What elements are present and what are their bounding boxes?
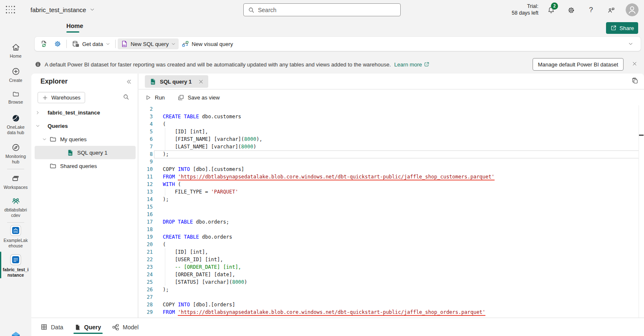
code-line-19[interactable]: 19CREATE TABLE dbo.orders (139, 233, 644, 241)
rail-item-fabric-test-instance[interactable]: fabric_test_instance (0, 254, 31, 278)
code-line-27[interactable]: 27 (139, 293, 644, 301)
code-line-14[interactable]: 14); (139, 196, 644, 203)
explorer-search-button[interactable] (123, 94, 129, 102)
global-search[interactable] (243, 3, 401, 16)
banner-message: A default Power BI dataset for faster re… (45, 61, 391, 68)
code-line-29[interactable]: 29FROM 'https://dbtlabsynapsedatalake.bl… (139, 308, 644, 316)
tab-home[interactable]: Home (66, 23, 83, 29)
rail-item-monitoring-hub[interactable]: Monitoringhub (0, 143, 31, 165)
chevron-down-icon[interactable] (42, 137, 47, 142)
view-switcher-bar: DataQueryModel (31, 318, 644, 336)
line-number: 14 (139, 196, 153, 203)
code-line-20[interactable]: 20( (139, 241, 644, 248)
code-line-2[interactable]: 2 (139, 105, 644, 113)
code-text: [FIRST_NAME] [varchar](8000), (153, 135, 262, 143)
sql-code-editor[interactable]: 23CREATE TABLE dbo.customers4(5 [ID] [in… (139, 105, 644, 318)
new-visual-query-button[interactable]: New visual query (179, 38, 236, 49)
active-tab-underline (66, 31, 79, 33)
code-line-11[interactable]: 11FROM 'https://dbtlabsynapsedatalake.bl… (139, 173, 644, 181)
code-line-4[interactable]: 4( (139, 120, 644, 128)
tree-item-sql-query-1[interactable]: SQLSQL query 1 (35, 146, 136, 159)
line-number: 15 (139, 203, 153, 211)
manage-default-dataset-button[interactable]: Manage default Power BI dataset (533, 58, 624, 71)
code-line-21[interactable]: 21 [ID] [int], (139, 248, 644, 256)
run-button[interactable]: Run (145, 94, 165, 101)
code-line-8[interactable]: 8); (139, 150, 644, 158)
rail-item-label: ExampleLakehouse (4, 238, 28, 249)
bottom-tab-model[interactable]: Model (112, 318, 139, 336)
tree-item-my-queries[interactable]: My queries (31, 132, 137, 146)
rail-item-onelake-data-hub[interactable]: OneLakedata hub (0, 114, 31, 135)
code-lines: 23CREATE TABLE dbo.customers4(5 [ID] [in… (139, 105, 644, 316)
editor-scrollbar-track[interactable] (639, 105, 639, 318)
code-line-15[interactable]: 15 (139, 203, 644, 211)
code-line-5[interactable]: 5 [ID] [int], (139, 128, 644, 135)
code-line-7[interactable]: 7 [LAST_NAME] [varchar](8000) (139, 143, 644, 150)
query-tab[interactable]: SQL SQL query 1 (145, 75, 208, 88)
rail-item-dbtlabsfabricdev[interactable]: dbtlabsfabricdev (0, 196, 31, 218)
bottom-tab-query[interactable]: Query (74, 318, 101, 336)
rail-item-examplelakehouse[interactable]: ExampleLakehouse (0, 225, 31, 249)
tree-item-fabric-test-instance[interactable]: fabric_test_instance (31, 106, 137, 119)
code-line-28[interactable]: 28COPY INTO [dbo].[orders] (139, 301, 644, 308)
rail-item-home[interactable]: Home (0, 43, 31, 59)
collapse-explorer-button[interactable] (126, 79, 132, 87)
share-button[interactable]: Share (606, 22, 638, 34)
code-text: ); (153, 196, 169, 203)
get-data-button[interactable]: Get data (69, 38, 113, 49)
code-line-23[interactable]: 23 -- [ORDER_DATE] [int], (139, 263, 644, 271)
help-button[interactable]: ? (586, 5, 596, 15)
chevron-down-icon[interactable] (35, 124, 40, 128)
account-avatar[interactable] (626, 3, 639, 16)
copy-button[interactable] (631, 77, 639, 86)
plus-circle-icon (11, 67, 20, 76)
code-line-25[interactable]: 25 [STATUS] [varchar](8000) (139, 278, 644, 286)
code-text: [ID] [int], (153, 128, 208, 135)
indent-guide (165, 271, 165, 278)
code-line-17[interactable]: 17DROP TABLE dbo.orders; (139, 218, 644, 226)
code-line-3[interactable]: 3CREATE TABLE dbo.customers (139, 113, 644, 120)
workspace-title-dropdown[interactable]: fabric_test_instance (30, 0, 95, 19)
settings-button[interactable] (566, 5, 576, 15)
code-line-10[interactable]: 10COPY INTO [dbo].[customers] (139, 165, 644, 173)
tree-item-queries[interactable]: Queries (31, 119, 137, 132)
rail-item-create[interactable]: Create (0, 67, 31, 83)
explorer-title: Explorer (40, 78, 68, 85)
model-icon (112, 323, 119, 331)
new-sql-query-button[interactable]: SQL New SQL query (118, 38, 179, 49)
explorer-tree: fabric_test_instanceQueriesMy queriesSQL… (31, 106, 137, 173)
home-icon (11, 43, 20, 52)
bottom-tab-data[interactable]: Data (40, 318, 63, 336)
banner-close-button[interactable] (632, 61, 637, 68)
rail-item-browse[interactable]: Browse (0, 90, 31, 105)
gear-blue-icon (54, 40, 61, 48)
search-input[interactable] (258, 7, 396, 13)
app-launcher-waffle-icon[interactable] (6, 5, 15, 14)
code-text: CREATE TABLE dbo.customers (153, 113, 241, 120)
close-tab-icon[interactable] (198, 79, 204, 84)
code-text: ( (153, 120, 166, 128)
collapse-ribbon-button[interactable] (625, 38, 636, 49)
line-number: 16 (139, 211, 153, 218)
add-warehouses-button[interactable]: Warehouses (38, 92, 85, 103)
code-line-24[interactable]: 24 [ORDER_DATE] [date], (139, 271, 644, 278)
code-line-6[interactable]: 6 [FIRST_NAME] [varchar](8000), (139, 135, 644, 143)
code-line-13[interactable]: 13 FILE_TYPE = 'PARQUET' (139, 188, 644, 196)
chevron-down-icon (89, 7, 95, 13)
code-line-26[interactable]: 26); (139, 286, 644, 293)
code-line-22[interactable]: 22 [USER_ID] [int], (139, 256, 644, 263)
code-line-18[interactable]: 18 (139, 226, 644, 233)
feedback-button[interactable] (606, 5, 616, 15)
rail-item-workspaces[interactable]: Workspaces (0, 174, 31, 190)
refresh-button[interactable] (37, 38, 51, 49)
learn-more-link[interactable]: Learn more (394, 61, 429, 68)
code-line-9[interactable]: 9 (139, 158, 644, 165)
ribbon-toolbar: Get data SQL New SQL query New visual qu… (35, 37, 641, 51)
code-line-12[interactable]: 12WITH ( (139, 181, 644, 188)
warehouse-settings-button[interactable] (51, 38, 64, 49)
rail-item-data-warehouse[interactable]: DataWarehouse (0, 330, 31, 336)
code-line-16[interactable]: 16 (139, 211, 644, 218)
chevron-right-icon[interactable] (35, 110, 40, 115)
save-as-view-button[interactable]: Save as view (177, 94, 220, 101)
tree-item-shared-queries[interactable]: Shared queries (31, 159, 137, 173)
